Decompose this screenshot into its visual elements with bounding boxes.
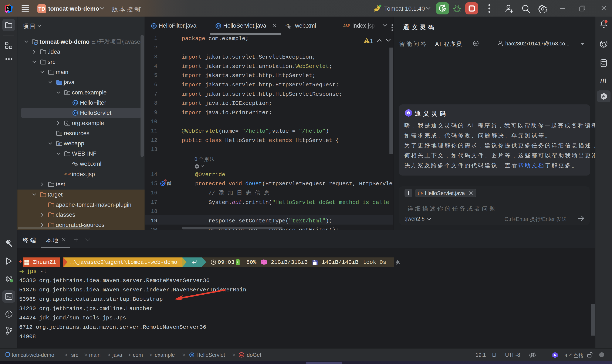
svg-text:IJ: IJ [7, 7, 9, 9]
svg-text:m: m [240, 353, 243, 357]
